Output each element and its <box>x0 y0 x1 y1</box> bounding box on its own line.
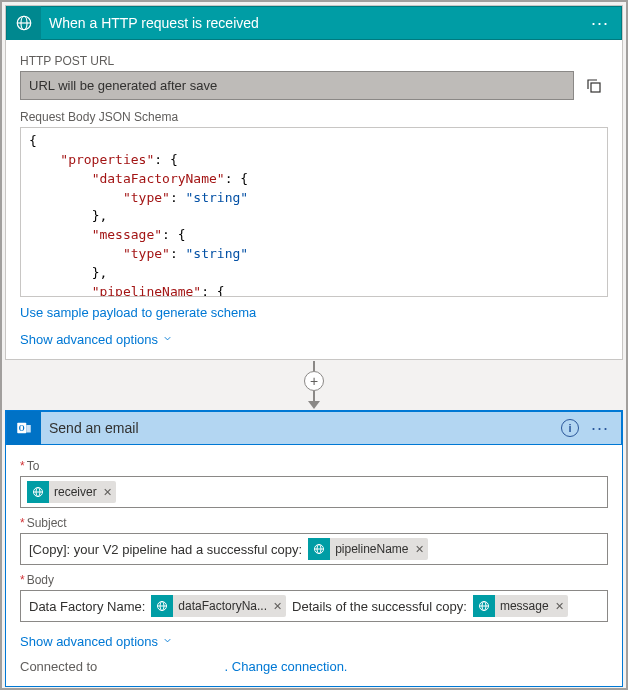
info-icon[interactable]: i <box>561 419 579 437</box>
send-email-title: Send an email <box>49 420 561 436</box>
token-remove[interactable]: ✕ <box>103 486 112 499</box>
token-remove[interactable]: ✕ <box>415 543 424 556</box>
token-icon <box>27 481 49 503</box>
copy-icon <box>585 77 603 95</box>
token-icon <box>473 595 495 617</box>
to-label: To <box>20 459 608 473</box>
send-email-menu[interactable]: ··· <box>587 418 613 439</box>
token-icon <box>308 538 330 560</box>
email-advanced-toggle[interactable]: Show advanced options <box>20 634 173 649</box>
add-step-button[interactable]: + <box>304 371 324 391</box>
schema-label: Request Body JSON Schema <box>20 110 608 124</box>
token-pipeline-name[interactable]: pipelineName ✕ <box>308 538 427 560</box>
token-remove[interactable]: ✕ <box>273 600 282 613</box>
url-label: HTTP POST URL <box>20 54 608 68</box>
token-data-factory-name[interactable]: dataFactoryNa... ✕ <box>151 595 286 617</box>
token-message[interactable]: message ✕ <box>473 595 568 617</box>
flow-connector: + <box>2 361 626 409</box>
outlook-icon: O <box>7 411 41 445</box>
sample-payload-link[interactable]: Use sample payload to generate schema <box>20 305 256 320</box>
body-label: Body <box>20 573 608 587</box>
subject-label: Subject <box>20 516 608 530</box>
send-email-card: O Send an email i ··· To receiver ✕ Subj… <box>5 410 623 687</box>
http-trigger-header[interactable]: When a HTTP request is received ··· <box>6 6 622 40</box>
token-icon <box>151 595 173 617</box>
http-icon <box>7 6 41 40</box>
to-field[interactable]: receiver ✕ <box>20 476 608 508</box>
http-trigger-title: When a HTTP request is received <box>49 15 587 31</box>
http-trigger-menu[interactable]: ··· <box>587 13 613 34</box>
change-connection-link[interactable]: Change connection. <box>232 659 348 674</box>
schema-textarea[interactable]: { "properties": { "dataFactoryName": { "… <box>20 127 608 297</box>
svg-rect-3 <box>591 83 600 92</box>
connection-row: Connected to . Change connection. <box>20 659 608 674</box>
copy-url-button[interactable] <box>580 71 608 100</box>
body-field[interactable]: Data Factory Name: dataFactoryNa... ✕ De… <box>20 590 608 622</box>
chevron-down-icon <box>162 635 173 646</box>
send-email-header[interactable]: O Send an email i ··· <box>6 411 622 445</box>
arrow-down-icon <box>308 401 320 409</box>
token-receiver[interactable]: receiver ✕ <box>27 481 116 503</box>
http-trigger-card: When a HTTP request is received ··· HTTP… <box>5 5 623 360</box>
http-post-url-field: URL will be generated after save <box>20 71 574 100</box>
chevron-down-icon <box>162 333 173 344</box>
svg-text:O: O <box>19 424 25 433</box>
token-remove[interactable]: ✕ <box>555 600 564 613</box>
subject-field[interactable]: [Copy]: your V2 pipeline had a successfu… <box>20 533 608 565</box>
http-advanced-toggle[interactable]: Show advanced options <box>20 332 173 347</box>
